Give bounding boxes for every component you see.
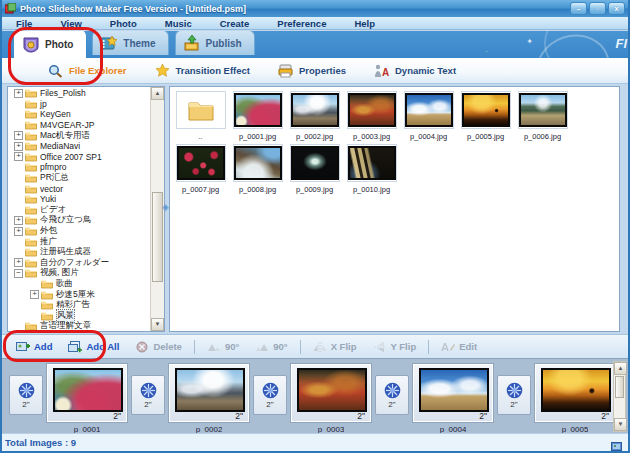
transition-cell[interactable]: 2"	[253, 375, 287, 415]
add-all-icon	[68, 341, 82, 353]
tree-item-files-polish[interactable]: +Files_Polish	[8, 88, 151, 99]
close-button[interactable]: x	[608, 2, 625, 15]
grid-item-p-0010-jpg[interactable]: p_0010.jpg	[345, 144, 399, 194]
expand-icon[interactable]: +	[14, 216, 23, 225]
window-controls: –▫x	[570, 2, 628, 15]
menu-file[interactable]: File	[2, 18, 46, 29]
folder-tree: +Files_Polish+jp+KeyGen+M4VGEAR-JP+Mac机专…	[8, 88, 151, 332]
grid-item-p-0002-jpg[interactable]: p_0002.jpg	[288, 91, 342, 141]
toolbar-file-explorer[interactable]: File Explorer	[34, 64, 141, 78]
menu-create[interactable]: Create	[206, 18, 264, 29]
tab-theme[interactable]: Theme	[92, 31, 168, 55]
expand-icon[interactable]: +	[30, 290, 39, 299]
tab-publish[interactable]: Publish	[175, 31, 255, 55]
photo-thumbnail	[348, 93, 396, 127]
tree-item-item[interactable]: +言语理解文章	[8, 321, 151, 332]
tree-item-medianavi[interactable]: +MediaNavi	[8, 141, 151, 152]
tree-item-keygen[interactable]: +KeyGen	[8, 109, 151, 120]
photo-duration: 2"	[479, 411, 487, 421]
grid-item-p-0007-jpg[interactable]: p_0007.jpg	[174, 144, 228, 194]
tree-item-pfmpro[interactable]: +pfmpro	[8, 162, 151, 173]
action-x-flip-button[interactable]: X Flip	[305, 341, 365, 353]
photo-thumbnail	[405, 93, 453, 127]
svg-text:A: A	[382, 67, 389, 78]
tree-item-office-2007-sp1[interactable]: +Office 2007 SP1	[8, 152, 151, 163]
menu-photo[interactable]: Photo	[96, 18, 151, 29]
grid-item-p-0004-jpg[interactable]: p_0004.jpg	[402, 91, 456, 141]
grid-item-p-0008-jpg[interactable]: p_0008.jpg	[231, 144, 285, 194]
timeline-strip: 2"2"p_00012"2"p_00022"2"p_00032"2"p_0004…	[2, 358, 628, 433]
grid-item-p-0001-jpg[interactable]: p_0001.jpg	[231, 91, 285, 141]
transition-cell[interactable]: 2"	[131, 375, 165, 415]
action-rotate-left-button[interactable]: 90°	[199, 341, 247, 353]
tree-item-yuki[interactable]: +Yuki	[8, 194, 151, 205]
timeline-photo-p-0002[interactable]: 2"p_0002	[168, 363, 250, 433]
scrollbar-thumb[interactable]	[615, 376, 624, 398]
separator	[300, 340, 301, 354]
tree-item-mac[interactable]: +Mac机专用语	[8, 130, 151, 141]
photo-duration: 2"	[235, 411, 243, 421]
folder-icon	[25, 184, 37, 194]
expand-icon[interactable]: +	[14, 89, 23, 98]
expand-icon[interactable]: +	[14, 227, 23, 236]
expand-icon[interactable]: +	[14, 258, 23, 267]
action-edit-button[interactable]: AEdit	[433, 341, 485, 353]
action-delete-button[interactable]: Delete	[127, 341, 190, 353]
grid-item-p-0006-jpg[interactable]: p_0006.jpg	[516, 91, 570, 141]
collapse-icon[interactable]: −	[14, 269, 23, 278]
tree-item-item[interactable]: +自分のフォルダー	[8, 258, 151, 269]
timeline-scrollbar[interactable]: ▲ ▼	[613, 361, 626, 432]
scroll-up-icon[interactable]: ▲	[614, 362, 627, 375]
expand-icon[interactable]: +	[14, 142, 23, 151]
scroll-down-icon[interactable]: ▼	[151, 318, 164, 331]
menu-help[interactable]: Help	[340, 18, 389, 29]
menu-preference[interactable]: Preference	[263, 18, 340, 29]
photo-thumbnail	[462, 93, 510, 127]
menu-bar: FileViewPhotoMusicCreatePreferenceHelp	[2, 17, 628, 30]
restore-button[interactable]: ▫	[589, 2, 606, 15]
snowflake-icon	[506, 382, 523, 399]
action-add-all-button[interactable]: Add All	[60, 341, 127, 353]
tree-item-pr[interactable]: +PR汇总	[8, 173, 151, 184]
tree-item-item[interactable]: +今飛び立つ鳥	[8, 215, 151, 226]
expand-icon[interactable]: +	[14, 131, 23, 140]
tree-item-item[interactable]: +精彩广告	[8, 300, 151, 311]
timeline-photo-p-0005[interactable]: 2"p_0005	[534, 363, 616, 433]
photo-thumbnail	[291, 146, 339, 180]
scroll-down-icon[interactable]: ▼	[614, 418, 627, 431]
photo-thumbnail	[175, 368, 245, 412]
expand-icon[interactable]: +	[14, 152, 23, 161]
action-y-flip-button[interactable]: Y Flip	[365, 341, 425, 353]
timeline-photo-p-0003[interactable]: 2"p_0003	[290, 363, 372, 433]
transition-cell[interactable]: 2"	[9, 375, 43, 415]
scroll-up-icon[interactable]: ▲	[151, 87, 164, 100]
tree-item-jp[interactable]: +jp	[8, 99, 151, 110]
action-label: Y Flip	[391, 341, 417, 352]
file-name-label: p_0001.jpg	[239, 132, 276, 141]
tree-item-vector[interactable]: +vector	[8, 183, 151, 194]
tree-item-item[interactable]: +外包	[8, 226, 151, 237]
window-title: Photo Slideshow Maker Free Version - [Un…	[20, 4, 246, 14]
tab-photo[interactable]: Photo	[14, 31, 86, 58]
toolbar-properties[interactable]: Properties	[264, 64, 360, 78]
transition-cell[interactable]: 2"	[497, 375, 531, 415]
image-tray-icon[interactable]	[611, 437, 622, 448]
tree-item-item[interactable]: −视频, 图片	[8, 268, 151, 279]
decor-sparkle: ·	[485, 47, 488, 56]
timeline-photo-p-0001[interactable]: 2"p_0001	[46, 363, 128, 433]
grid-item-p-0005-jpg[interactable]: p_0005.jpg	[459, 91, 513, 141]
grid-item-item[interactable]: ..	[174, 91, 228, 141]
timeline-photo-p-0004[interactable]: 2"p_0004	[412, 363, 494, 433]
grid-item-p-0003-jpg[interactable]: p_0003.jpg	[345, 91, 399, 141]
menu-view[interactable]: View	[46, 18, 95, 29]
action-add-button[interactable]: Add	[8, 341, 60, 353]
toolbar-dynamic-text[interactable]: ADynamic Text	[360, 64, 470, 78]
minimize-button[interactable]: –	[570, 2, 587, 15]
menu-music[interactable]: Music	[151, 18, 206, 29]
thumbnail	[233, 91, 283, 129]
status-bar: Total Images : 9	[2, 433, 628, 451]
toolbar-transition-effect[interactable]: Transition Effect	[141, 64, 264, 78]
transition-cell[interactable]: 2"	[375, 375, 409, 415]
grid-item-p-0009-jpg[interactable]: p_0009.jpg	[288, 144, 342, 194]
action-rotate-right-button[interactable]: 90°	[247, 341, 295, 353]
